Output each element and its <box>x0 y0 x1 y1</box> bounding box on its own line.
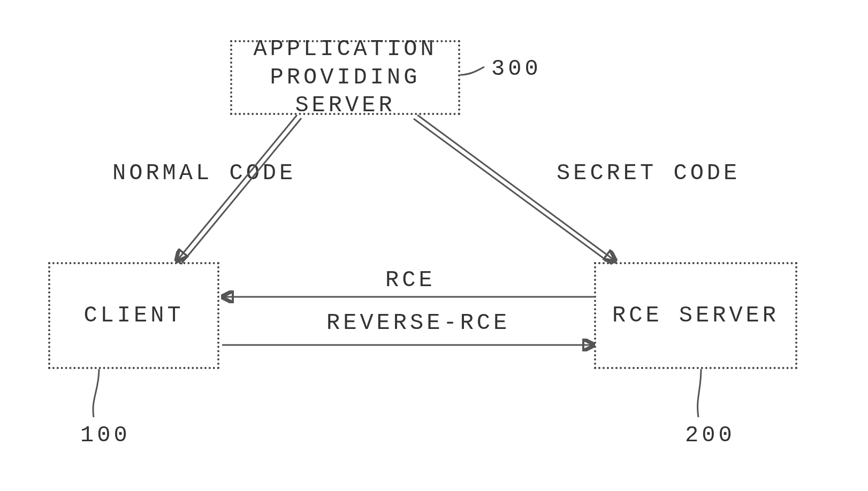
edge-label-secret-code: SECRET CODE <box>557 160 740 186</box>
node-app-server-line2: PROVIDING SERVER <box>270 65 421 119</box>
ref-client: 100 <box>80 423 131 448</box>
diagram-canvas: APPLICATION PROVIDING SERVER 300 CLIENT … <box>0 0 868 491</box>
node-rce-server-label: RCE SERVER <box>612 302 779 330</box>
node-app-server: APPLICATION PROVIDING SERVER <box>230 40 460 115</box>
svg-line-2 <box>417 115 615 261</box>
svg-line-3 <box>414 119 612 264</box>
node-app-server-line1: APPLICATION <box>253 36 437 62</box>
svg-line-1 <box>181 118 301 264</box>
edge-label-rce: RCE <box>385 267 436 293</box>
ref-rce-server: 200 <box>685 423 735 448</box>
edge-label-reverse-rce: REVERSE-RCE <box>326 310 510 336</box>
ref-app-server: 300 <box>491 56 542 82</box>
node-rce-server: RCE SERVER <box>594 262 797 369</box>
node-client: CLIENT <box>48 262 219 369</box>
node-client-label: CLIENT <box>83 302 184 330</box>
svg-line-0 <box>177 115 297 261</box>
edge-label-normal-code: NORMAL CODE <box>112 160 296 186</box>
